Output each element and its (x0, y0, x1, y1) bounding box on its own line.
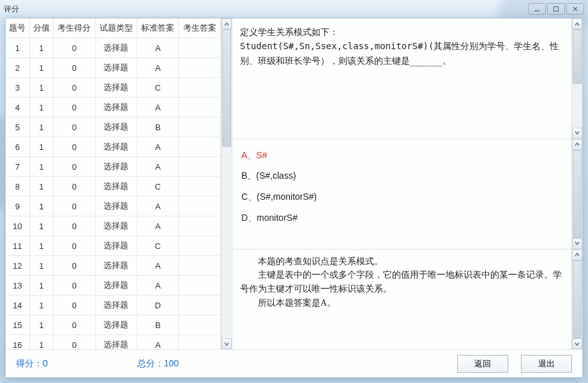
scroll-thumb[interactable] (573, 150, 582, 238)
chevron-down-icon (224, 342, 229, 347)
explanation-p2: 主键是表中的一个或多个字段，它的值用于唯一地标识表中的某一条记录。学号作为主键才… (240, 268, 564, 296)
scroll-down-button[interactable] (572, 128, 582, 139)
table-cell (179, 315, 221, 335)
table-cell: 12 (6, 256, 29, 276)
table-row[interactable]: 1010选择题A (6, 216, 221, 236)
table-cell: 选择题 (95, 335, 137, 350)
table-cell: 1 (6, 38, 29, 58)
main-window: 题号分值考生得分试题类型标准答案考生答案 110选择题A210选择题A310选择… (5, 18, 583, 378)
table-cell (179, 98, 221, 117)
scroll-track[interactable] (222, 29, 232, 338)
table-cell: 选择题 (95, 216, 137, 236)
table-row[interactable]: 1310选择题A (6, 276, 221, 296)
table-header: 标准答案 (137, 19, 179, 38)
table-cell: 0 (54, 157, 95, 177)
table-row[interactable]: 910选择题A (6, 197, 221, 216)
table-cell: D (137, 296, 179, 315)
scroll-down-button[interactable] (572, 238, 582, 249)
table-row[interactable]: 110选择题A (6, 38, 221, 58)
table-cell: 4 (6, 98, 29, 117)
scroll-thumb[interactable] (573, 260, 582, 338)
table-row[interactable]: 1510选择题B (6, 315, 221, 335)
question-text: 定义学生关系模式如下： Student(S#,Sn,Ssex,class,mon… (232, 19, 571, 139)
table-row[interactable]: 210选择题A (6, 58, 221, 78)
table-cell: 0 (54, 256, 95, 276)
table-cell (179, 236, 221, 256)
table-cell: 0 (54, 58, 95, 78)
option-item[interactable]: C、(S#,monitorS#) (241, 187, 562, 207)
table-cell: 选择题 (95, 38, 137, 58)
table-row[interactable]: 810选择题C (6, 177, 221, 197)
scroll-down-button[interactable] (572, 338, 582, 349)
table-row[interactable]: 310选择题C (6, 78, 221, 98)
table-cell: 10 (6, 216, 29, 236)
table-cell: C (137, 236, 179, 256)
content-area: 题号分值考生得分试题类型标准答案考生答案 110选择题A210选择题A310选择… (6, 19, 582, 349)
table-cell: 1 (29, 276, 54, 296)
table-row[interactable]: 510选择题B (6, 117, 221, 137)
table-cell: 选择题 (95, 98, 137, 117)
table-cell: 选择题 (95, 276, 137, 296)
scroll-track[interactable] (572, 260, 582, 338)
table-row[interactable]: 410选择题A (6, 98, 221, 117)
table-cell (179, 137, 221, 157)
scroll-up-button[interactable] (572, 19, 582, 29)
table-cell: 15 (6, 315, 29, 335)
table-row[interactable]: 1610选择题A (6, 335, 221, 350)
options-scrollbar[interactable] (571, 139, 582, 249)
table-cell: 0 (54, 216, 95, 236)
table-cell: 1 (29, 177, 54, 197)
question-section: 定义学生关系模式如下： Student(S#,Sn,Ssex,class,mon… (232, 19, 582, 139)
table-cell (179, 276, 221, 296)
table-scrollbar[interactable] (221, 19, 232, 349)
scroll-up-button[interactable] (572, 250, 582, 260)
table-cell: 选择题 (95, 157, 137, 177)
table-cell: C (137, 78, 179, 98)
table-cell (179, 177, 221, 197)
option-item[interactable]: A、S# (241, 146, 562, 165)
table-cell: 1 (29, 58, 54, 78)
questions-table: 题号分值考生得分试题类型标准答案考生答案 110选择题A210选择题A310选择… (6, 19, 221, 349)
table-cell (179, 335, 221, 350)
table-row[interactable]: 1210选择题A (6, 256, 221, 276)
detail-pane: 定义学生关系模式如下： Student(S#,Sn,Ssex,class,mon… (232, 19, 582, 349)
table-cell: B (137, 117, 179, 137)
table-row[interactable]: 1110选择题C (6, 236, 221, 256)
table-row[interactable]: 710选择题A (6, 157, 221, 177)
scroll-track[interactable] (572, 29, 582, 128)
table-cell: 6 (6, 137, 29, 157)
table-cell: A (137, 276, 179, 296)
table-header: 考生答案 (179, 19, 221, 38)
table-header: 分值 (29, 19, 54, 38)
scroll-track[interactable] (572, 150, 582, 238)
table-cell: A (137, 98, 179, 117)
table-cell: 0 (54, 177, 95, 197)
table-cell: 0 (54, 117, 95, 137)
scroll-thumb[interactable] (573, 29, 582, 84)
table-cell: 选择题 (95, 78, 137, 98)
chevron-up-icon (575, 22, 580, 27)
table-cell: 1 (29, 315, 54, 335)
table-cell (179, 157, 221, 177)
scroll-down-button[interactable] (222, 338, 232, 349)
table-cell: 14 (6, 296, 29, 315)
back-button[interactable]: 返回 (457, 355, 508, 373)
table-cell (179, 216, 221, 236)
explanation-scrollbar[interactable] (571, 250, 582, 349)
scroll-up-button[interactable] (572, 139, 582, 150)
table-cell: 选择题 (95, 296, 137, 315)
option-item[interactable]: B、(S#,class) (241, 166, 562, 186)
scroll-up-button[interactable] (222, 19, 232, 29)
exit-button[interactable]: 退出 (521, 355, 572, 373)
table-row[interactable]: 1410选择题D (6, 296, 221, 315)
question-scrollbar[interactable] (571, 19, 582, 139)
table-row[interactable]: 610选择题A (6, 137, 221, 157)
table-cell: C (137, 177, 179, 197)
table-scroll[interactable]: 题号分值考生得分试题类型标准答案考生答案 110选择题A210选择题A310选择… (6, 19, 221, 349)
scroll-thumb[interactable] (222, 29, 231, 147)
options-list: A、S#B、(S#,class)C、(S#,monitorS#)D、monito… (232, 139, 571, 249)
table-cell: B (137, 315, 179, 335)
table-cell: 5 (6, 117, 29, 137)
table-cell: 0 (54, 38, 95, 58)
option-item[interactable]: D、monitorS# (241, 208, 562, 228)
